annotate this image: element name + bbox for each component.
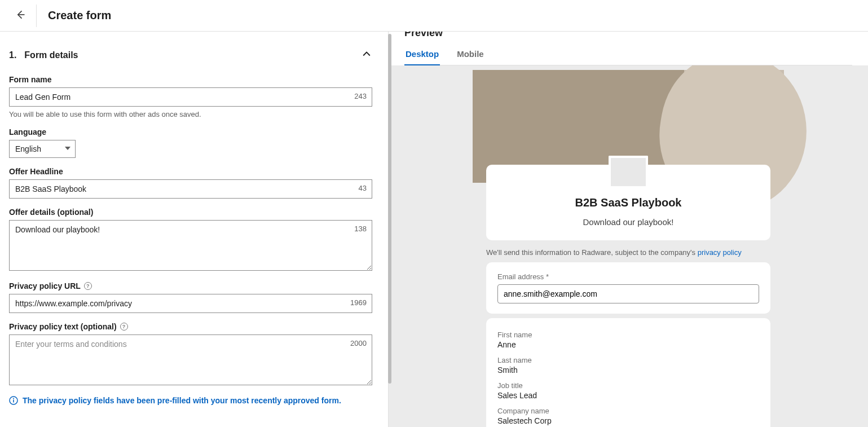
preview-field-label: Job title <box>497 381 759 390</box>
preview-headline: B2B SaaS Playbook <box>500 196 757 209</box>
svg-rect-1 <box>13 400 14 403</box>
help-icon[interactable]: ? <box>84 282 92 290</box>
arrow-left-icon <box>15 9 26 22</box>
section-number: 1. <box>9 50 16 60</box>
section-header[interactable]: 1. Form details <box>9 49 372 61</box>
privacy-url-input[interactable] <box>9 294 372 313</box>
preview-field-value: Sales Lead <box>497 391 759 400</box>
avatar-placeholder <box>609 156 648 186</box>
preview-privacy-note: We'll send this information to Radware, … <box>486 248 770 257</box>
preview-field-item: Company name Salestech Corp <box>497 403 759 427</box>
language-select[interactable]: English <box>9 140 76 158</box>
preview-field-item: Job title Sales Lead <box>497 378 759 403</box>
headline-input[interactable] <box>9 179 372 199</box>
preview-field-label: First name <box>497 331 759 339</box>
info-icon <box>9 396 18 405</box>
preview-field-value: Salestech Corp <box>497 416 759 425</box>
language-label: Language <box>9 127 372 137</box>
preview-email-label: Email address * <box>497 272 759 281</box>
preview-field-value: Smith <box>497 366 759 375</box>
chevron-up-icon <box>361 49 372 61</box>
privacy-text-textarea[interactable] <box>9 334 372 385</box>
help-icon[interactable]: ? <box>120 323 128 331</box>
preview-field-label: Company name <box>497 407 759 415</box>
preview-fields-group: First name Anne Last name Smith Job titl… <box>486 318 770 427</box>
tab-desktop[interactable]: Desktop <box>404 43 440 65</box>
preview-field-item: Last name Smith <box>497 353 759 378</box>
preview-email-card: Email address * <box>486 262 770 314</box>
form-name-input[interactable] <box>9 87 372 107</box>
tab-mobile[interactable]: Mobile <box>456 43 485 65</box>
page-title: Create form <box>48 9 111 22</box>
scrollbar[interactable] <box>388 32 393 427</box>
privacy-policy-link[interactable]: privacy policy <box>698 248 742 257</box>
topbar-divider <box>36 5 37 27</box>
svg-point-2 <box>13 398 14 399</box>
privacy-note-text: We'll send this information to Radware, … <box>486 248 698 257</box>
preview-email-input[interactable] <box>497 284 759 303</box>
scrollbar-thumb[interactable] <box>388 34 391 384</box>
back-button[interactable] <box>9 5 32 27</box>
preview-sub: Download our playbook! <box>500 217 757 227</box>
preview-field-label: Last name <box>497 356 759 364</box>
form-name-label: Form name <box>9 75 372 84</box>
details-textarea[interactable] <box>9 220 372 271</box>
info-banner-text: The privacy policy fields have been pre-… <box>23 396 341 405</box>
preview-field-item: First name Anne <box>497 327 759 353</box>
privacy-text-label: Privacy policy text (optional) <box>9 322 117 331</box>
form-name-helper: You will be able to use this form with o… <box>9 110 372 118</box>
section-title: Form details <box>24 50 78 60</box>
preview-field-value: Anne <box>497 340 759 349</box>
preview-title: Preview <box>404 32 852 39</box>
headline-label: Offer Headline <box>9 167 372 176</box>
privacy-url-label: Privacy policy URL <box>9 281 81 290</box>
details-label: Offer details (optional) <box>9 208 372 217</box>
